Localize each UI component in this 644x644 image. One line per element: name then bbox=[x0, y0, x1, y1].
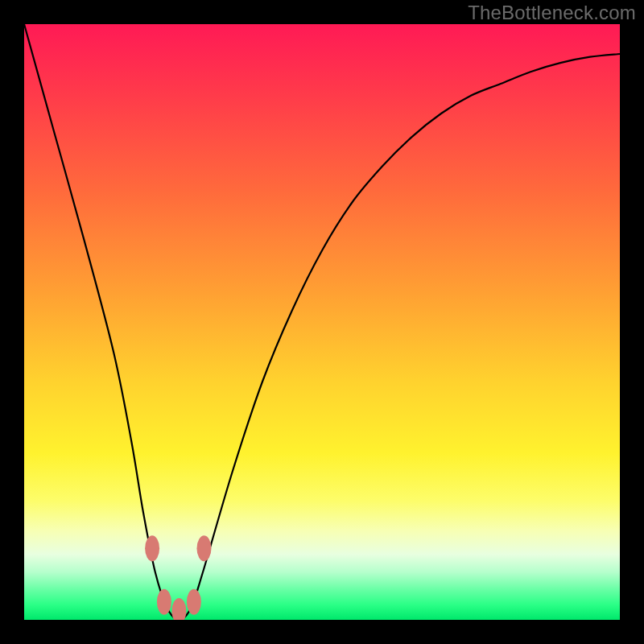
chart-frame: TheBottleneck.com bbox=[0, 0, 644, 644]
attribution-label: TheBottleneck.com bbox=[468, 2, 636, 24]
chain-marker bbox=[187, 589, 201, 615]
chain-marker bbox=[196, 535, 211, 561]
chain-marker bbox=[157, 589, 171, 615]
chain-marker bbox=[145, 535, 159, 561]
gradient-background bbox=[24, 24, 620, 620]
plot-area bbox=[24, 24, 620, 620]
bottleneck-chart bbox=[24, 24, 620, 620]
